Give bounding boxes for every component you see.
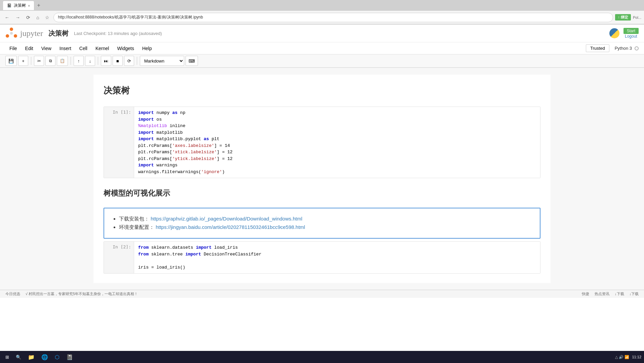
menu-view[interactable]: View bbox=[37, 44, 55, 52]
cell-1-input[interactable]: import numpy as np import os %matplotlib… bbox=[134, 107, 540, 178]
jupyter-logo-text: jupyter bbox=[20, 29, 43, 38]
back-btn[interactable]: ← bbox=[3, 13, 11, 22]
jupyter-title-bar: jupyter 决策树 Last Checkpoint: 13 minutes … bbox=[0, 25, 644, 42]
code-cell-2[interactable]: In [2]: from sklearn.datasets import loa… bbox=[104, 241, 540, 274]
status-bar: 今日优选 √ 村民挖出一古墓，专家研究5年不知墓主身份，一电工却道出真相！ 快捷… bbox=[0, 290, 644, 298]
python-logo-icon bbox=[609, 28, 619, 38]
heading-2-cell: 树模型的可视化展示 bbox=[104, 185, 540, 205]
list-item-2-text: 环境变量配置： bbox=[119, 224, 154, 230]
start-button[interactable]: Start bbox=[623, 28, 639, 34]
paste-icon: 📋 bbox=[60, 58, 65, 63]
status-today: 今日优选 bbox=[5, 291, 20, 296]
stop-icon: ■ bbox=[116, 58, 119, 64]
restart-button[interactable]: ⟳ bbox=[124, 56, 134, 66]
logout-button[interactable]: Logout bbox=[625, 34, 637, 39]
move-up-button[interactable]: ↑ bbox=[74, 56, 84, 66]
toolbar-separator-3 bbox=[98, 57, 98, 65]
notebook-area: 决策树 In [1]: import numpy as np import os… bbox=[0, 68, 644, 290]
forward-btn[interactable]: → bbox=[13, 13, 22, 22]
pol-badge: Pol... bbox=[633, 15, 641, 19]
keyboard-icon: ⌨ bbox=[189, 58, 195, 64]
svg-point-0 bbox=[10, 28, 13, 31]
toolbar-separator-2 bbox=[71, 57, 71, 65]
notebook-heading-1: 决策树 bbox=[104, 85, 540, 96]
cell-2-prompt: In [2]: bbox=[104, 242, 134, 273]
status-download2: ↓下载 bbox=[630, 291, 639, 296]
cell-2-input[interactable]: from sklearn.datasets import load_iris f… bbox=[134, 242, 540, 273]
status-download1: ↓下载 bbox=[615, 291, 624, 296]
menu-cell[interactable]: Cell bbox=[75, 44, 91, 52]
code-cell-1[interactable]: In [1]: import numpy as np import os %ma… bbox=[104, 107, 540, 178]
paste-button[interactable]: 📋 bbox=[57, 56, 68, 66]
graphviz-link[interactable]: https://graphviz.gitlab.io/_pages/Downlo… bbox=[151, 216, 302, 221]
keyboard-button[interactable]: ⌨ bbox=[186, 56, 198, 66]
list-item-1-text: 下载安装包： bbox=[119, 216, 149, 221]
run-next-icon: ⏭ bbox=[104, 58, 108, 64]
copy-button[interactable]: ⧉ bbox=[45, 56, 55, 66]
home-btn[interactable]: ⌂ bbox=[34, 13, 41, 22]
cell-type-select[interactable]: Markdown Code Raw NBConvert Heading bbox=[140, 56, 184, 66]
list-item-1: 下载安装包： https://graphviz.gitlab.io/_pages… bbox=[119, 216, 532, 222]
save-button[interactable]: 💾 bbox=[5, 56, 17, 66]
new-tab-btn[interactable]: + bbox=[36, 2, 41, 8]
refresh-btn[interactable]: ⟳ bbox=[24, 13, 32, 22]
menu-widgets[interactable]: Widgets bbox=[113, 44, 138, 52]
notebook-heading-2: 树模型的可视化展示 bbox=[104, 188, 540, 198]
markdown-list-cell: 下载安装包： https://graphviz.gitlab.io/_pages… bbox=[104, 208, 540, 239]
jupyter-logo-icon bbox=[5, 27, 17, 39]
checkpoint-text: Last Checkpoint: 13 minutes ago (autosav… bbox=[74, 31, 162, 36]
list-item-2: 环境变量配置： https://jingyan.baidu.com/articl… bbox=[119, 224, 532, 231]
status-news: √ 村民挖出一古墓，专家研究5年不知墓主身份，一电工却道出真相！ bbox=[26, 291, 138, 296]
trust-badge: ↑ 绑定 bbox=[615, 14, 631, 21]
toolbar-separator-1 bbox=[31, 57, 31, 65]
restart-icon: ⟳ bbox=[127, 58, 131, 64]
kernel-info: Python 3 bbox=[615, 46, 639, 51]
status-shortcuts: 快捷 bbox=[582, 291, 589, 296]
star-btn[interactable]: ☆ bbox=[43, 13, 51, 22]
copy-icon: ⧉ bbox=[49, 58, 52, 63]
tab-bar: 📓 决策树 × + bbox=[0, 0, 644, 11]
kernel-name: Python 3 bbox=[615, 46, 632, 51]
save-icon: 💾 bbox=[8, 58, 14, 64]
notebook-container: 决策树 In [1]: import numpy as np import os… bbox=[93, 75, 551, 283]
toolbar-separator-4 bbox=[137, 57, 137, 65]
run-next-button[interactable]: ⏭ bbox=[101, 56, 111, 66]
menu-insert[interactable]: Insert bbox=[55, 44, 75, 52]
move-down-button[interactable]: ↓ bbox=[85, 56, 95, 66]
tab-close-btn[interactable]: × bbox=[28, 4, 30, 8]
toolbar: 💾 + ✂ ⧉ 📋 ↑ ↓ ⏭ ■ ⟳ bbox=[0, 54, 644, 68]
menu-file[interactable]: File bbox=[5, 44, 21, 52]
add-icon: + bbox=[22, 58, 25, 64]
jingyan-link[interactable]: https://jingyan.baidu.com/article/020278… bbox=[156, 224, 305, 230]
browser-chrome: 📓 决策树 × + ← → ⟳ ⌂ ☆ http://localhost:888… bbox=[0, 0, 644, 25]
markdown-list: 下载安装包： https://graphviz.gitlab.io/_pages… bbox=[112, 216, 532, 231]
menu-edit[interactable]: Edit bbox=[21, 44, 37, 52]
trusted-button[interactable]: Trusted bbox=[586, 44, 609, 52]
nav-right: ↑ 绑定 Pol... bbox=[615, 14, 641, 21]
cell-1-prompt: In [1]: bbox=[104, 107, 134, 178]
active-tab[interactable]: 📓 决策树 × bbox=[3, 1, 34, 10]
jupyter-header: jupyter 决策树 Last Checkpoint: 13 minutes … bbox=[0, 25, 644, 68]
menu-kernel[interactable]: Kernel bbox=[91, 44, 113, 52]
notebook-title[interactable]: 决策树 bbox=[48, 29, 69, 38]
svg-point-3 bbox=[10, 32, 13, 35]
svg-point-1 bbox=[6, 34, 9, 38]
tab-title: 决策树 bbox=[14, 3, 26, 8]
kernel-status-circle bbox=[635, 46, 639, 50]
url-bar[interactable]: http://localhost:8888/notebooks/机器学习/机器学… bbox=[53, 13, 613, 22]
nav-bar: ← → ⟳ ⌂ ☆ http://localhost:8888/notebook… bbox=[0, 11, 644, 24]
cut-icon: ✂ bbox=[37, 58, 41, 64]
jupyter-right-bar: Start Logout bbox=[609, 28, 639, 39]
move-down-icon: ↓ bbox=[89, 58, 91, 64]
add-cell-button[interactable]: + bbox=[18, 56, 28, 66]
url-text: http://localhost:8888/notebooks/机器学习/机器学… bbox=[58, 14, 609, 20]
heading-1-cell: 决策树 bbox=[104, 81, 540, 104]
menu-bar: File Edit View Insert Cell Kernel Widget… bbox=[0, 42, 644, 54]
status-hotpoints: 热点资讯 bbox=[595, 291, 609, 296]
cut-button[interactable]: ✂ bbox=[34, 56, 44, 66]
stop-button[interactable]: ■ bbox=[113, 56, 123, 66]
menu-help[interactable]: Help bbox=[138, 44, 156, 52]
svg-point-2 bbox=[14, 34, 17, 38]
tab-favicon: 📓 bbox=[7, 3, 12, 8]
status-bar-right: 快捷 热点资讯 ↓下载 ↓下载 bbox=[582, 291, 639, 296]
